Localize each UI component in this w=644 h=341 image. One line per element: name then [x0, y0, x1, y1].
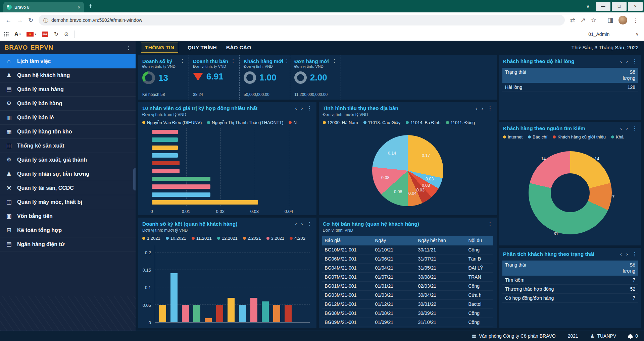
panel-prev-icon[interactable]: ‹ — [476, 105, 477, 111]
panel-prev-icon[interactable]: ‹ — [620, 58, 622, 64]
bar[interactable] — [182, 305, 189, 322]
kpi-menu-icon[interactable]: ⋮ — [283, 58, 289, 63]
panel-next-icon[interactable]: › — [626, 125, 628, 131]
bar[interactable] — [152, 137, 178, 142]
panel-prev-icon[interactable]: ‹ — [295, 221, 297, 227]
sidebar-collapse-handle[interactable] — [133, 168, 136, 190]
sidebar-item[interactable]: ▤Ngân hàng điện tử — [0, 237, 136, 251]
translate-icon[interactable]: ⇄ — [570, 17, 575, 23]
panel-next-icon[interactable]: › — [626, 251, 628, 257]
bookmark-star-icon[interactable]: ☆ — [591, 17, 596, 23]
browser-menu-icon[interactable]: ⋮ — [633, 17, 639, 23]
bar[interactable] — [159, 305, 166, 322]
panel-menu-icon[interactable]: ⋮ — [307, 105, 312, 111]
pdf-export-icon[interactable]: PDF — [42, 32, 48, 37]
maximize-button[interactable]: □ — [612, 2, 627, 11]
panel-menu-icon[interactable]: ⋮ — [632, 251, 637, 257]
panel-menu-icon[interactable]: ⋮ — [632, 58, 637, 64]
panel-menu-icon[interactable]: ⋮ — [488, 105, 493, 111]
bar[interactable] — [216, 305, 223, 322]
new-tab-button[interactable]: + — [89, 2, 93, 10]
panel-next-icon[interactable]: › — [301, 105, 303, 111]
bar[interactable] — [239, 305, 246, 322]
panel-menu-icon[interactable]: ⋮ — [488, 221, 493, 227]
site-info-icon[interactable]: ⓘ — [43, 18, 48, 23]
sidebar-item[interactable]: ▣Vốn bằng tiền — [0, 209, 136, 223]
font-selector[interactable]: A ▾ — [14, 32, 21, 37]
bar[interactable] — [152, 153, 178, 158]
close-button[interactable]: × — [628, 2, 643, 11]
panel-next-icon[interactable]: › — [482, 105, 483, 111]
tab-search-icon[interactable]: ∨ — [586, 4, 590, 9]
bar[interactable] — [152, 161, 180, 165]
reload-icon[interactable]: ↻ — [28, 17, 33, 23]
panel-prev-icon[interactable]: ‹ — [295, 105, 297, 111]
bar[interactable] — [152, 192, 210, 197]
bar[interactable] — [285, 305, 292, 322]
table-row[interactable]: Hài lòng128 — [502, 83, 638, 92]
panel-menu-icon[interactable]: ⋮ — [632, 125, 637, 131]
side-panel-icon[interactable]: ◨ — [607, 17, 613, 23]
main-tab[interactable]: THÔNG TIN — [141, 43, 178, 53]
bar[interactable] — [250, 298, 257, 322]
table-row[interactable]: Có hợp đồng/đơn hàng7 — [502, 294, 638, 303]
table-row[interactable]: BG12M/21-00101/12/2130/01/22Bactol — [322, 300, 494, 309]
language-selector[interactable]: ★ ▾ — [27, 32, 36, 37]
bar[interactable] — [152, 130, 178, 134]
main-tab[interactable]: BÁO CÁO — [226, 45, 251, 51]
table-row[interactable]: BG03M/21-00101/03/2130/04/21Cửa h — [322, 291, 494, 300]
sidebar-item[interactable]: ⌂Lịch làm việc — [0, 54, 136, 68]
statusbar-company[interactable]: ▦ Văn phòng Công ty Cổ phần BRAVO — [472, 333, 556, 339]
panel-next-icon[interactable]: › — [626, 58, 628, 64]
main-tab[interactable]: QUY TRÌNH — [188, 45, 217, 51]
sidebar-item[interactable]: ▦Quản lý hàng tồn kho — [0, 125, 136, 139]
bar[interactable] — [152, 146, 178, 150]
table-row[interactable]: BG10M/21-00101/10/2130/11/21Công — [322, 245, 494, 254]
forward-icon[interactable]: → — [17, 17, 23, 23]
sidebar-item[interactable]: ⚙Quản lý sản xuất, giá thành — [0, 153, 136, 167]
browser-tab[interactable]: Bravo 8 × — [3, 2, 84, 12]
admin-user-dropdown[interactable]: 01_Admin ∨ — [588, 32, 640, 37]
sidebar-item[interactable]: ⊞Kế toán tổng hợp — [0, 223, 136, 237]
bar[interactable] — [152, 184, 210, 189]
table-row[interactable]: BG04M/21-00101/04/2131/05/21ĐẠI LÝ — [322, 264, 494, 273]
table-row[interactable]: BG09M/21-00101/09/2131/10/21Công — [322, 318, 494, 327]
statusbar-notifications[interactable]: 0 — [628, 333, 638, 339]
bar[interactable] — [170, 273, 178, 322]
bar[interactable] — [262, 301, 269, 322]
sidebar-menu-icon[interactable]: ⋮ — [126, 45, 131, 51]
bar[interactable] — [193, 305, 200, 322]
share-icon[interactable]: ↗ — [581, 17, 586, 23]
sidebar-item[interactable]: ⚙Quản lý bán hàng — [0, 97, 136, 111]
bar[interactable] — [152, 169, 180, 173]
table-row[interactable]: BG06M/21-00101/06/2131/07/21Tân Đ — [322, 254, 494, 264]
statusbar-user[interactable]: ♟ TUANPV — [590, 333, 616, 339]
panel-prev-icon[interactable]: ‹ — [620, 251, 622, 257]
sidebar-item[interactable]: ◫Quản lý máy móc, thiết bị — [0, 195, 136, 209]
kpi-menu-icon[interactable]: ⋮ — [230, 58, 235, 63]
table-row[interactable]: BG08M/21-00101/08/2130/09/21Công — [322, 309, 494, 318]
minimize-button[interactable]: — — [596, 2, 610, 11]
table-row[interactable]: BG01M/21-00101/01/2102/03/21Công — [322, 282, 494, 291]
bar[interactable] — [152, 177, 210, 181]
kpi-menu-icon[interactable]: ⋮ — [179, 58, 185, 63]
bar[interactable] — [152, 200, 258, 205]
panel-prev-icon[interactable]: ‹ — [620, 125, 622, 131]
sidebar-item[interactable]: ◫Thống kê sản xuất — [0, 139, 136, 153]
sidebar-item[interactable]: ⚒Quản lý tài sản, CCDC — [0, 181, 136, 195]
apps-grid-icon[interactable] — [4, 32, 9, 37]
power-icon[interactable]: ⊙ — [64, 32, 68, 37]
statusbar-year[interactable]: 2021 — [568, 333, 578, 339]
table-row[interactable]: Tìm kiếm7 — [502, 276, 638, 285]
tab-close-icon[interactable]: × — [78, 4, 81, 10]
panel-menu-icon[interactable]: ⋮ — [307, 221, 312, 227]
back-icon[interactable]: ← — [5, 17, 11, 23]
address-bar[interactable]: ⓘ demohn.bravo.com.vn:5902/#/main-window — [39, 15, 565, 25]
table-row[interactable]: Thương thảo hợp đồng52 — [502, 285, 638, 294]
refresh-icon[interactable]: ↻ — [54, 32, 58, 37]
sidebar-item[interactable]: ♟Quan hệ khách hàng — [0, 68, 136, 82]
profile-avatar[interactable] — [618, 16, 627, 24]
bar[interactable] — [273, 305, 280, 322]
panel-next-icon[interactable]: › — [301, 221, 303, 227]
bar[interactable] — [205, 318, 212, 322]
